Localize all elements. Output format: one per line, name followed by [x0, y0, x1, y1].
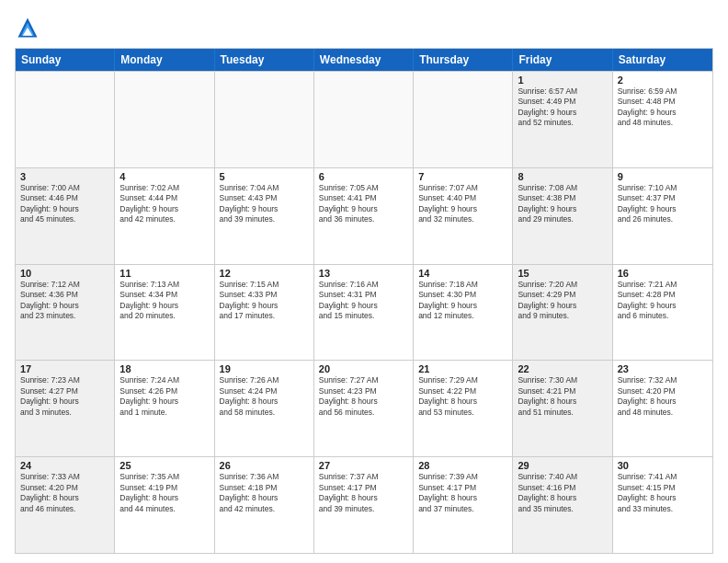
day-number: 22 — [518, 363, 607, 374]
day-cell-1: 1Sunrise: 6:57 AM Sunset: 4:49 PM Daylig… — [513, 72, 612, 167]
cell-detail: Sunrise: 7:23 AM Sunset: 4:27 PM Dayligh… — [20, 375, 109, 418]
day-number: 7 — [418, 171, 507, 182]
cell-detail: Sunrise: 7:07 AM Sunset: 4:40 PM Dayligh… — [418, 183, 507, 225]
cell-detail: Sunrise: 7:37 AM Sunset: 4:17 PM Dayligh… — [319, 472, 408, 514]
cell-detail: Sunrise: 7:20 AM Sunset: 4:29 PM Dayligh… — [518, 280, 607, 322]
day-number: 19 — [220, 363, 309, 374]
cell-detail: Sunrise: 7:18 AM Sunset: 4:30 PM Dayligh… — [418, 280, 507, 322]
day-cell-3: 3Sunrise: 7:00 AM Sunset: 4:46 PM Daylig… — [16, 168, 115, 264]
cell-detail: Sunrise: 7:32 AM Sunset: 4:20 PM Dayligh… — [618, 375, 708, 418]
empty-cell-0-2 — [215, 72, 314, 167]
day-cell-15: 15Sunrise: 7:20 AM Sunset: 4:29 PM Dayli… — [513, 265, 612, 361]
day-number: 10 — [20, 268, 109, 279]
cell-detail: Sunrise: 7:05 AM Sunset: 4:41 PM Dayligh… — [319, 183, 408, 225]
day-cell-8: 8Sunrise: 7:08 AM Sunset: 4:38 PM Daylig… — [513, 168, 612, 264]
day-number: 5 — [220, 171, 309, 182]
day-cell-7: 7Sunrise: 7:07 AM Sunset: 4:40 PM Daylig… — [414, 168, 513, 264]
cell-detail: Sunrise: 7:24 AM Sunset: 4:26 PM Dayligh… — [119, 375, 209, 418]
day-cell-4: 4Sunrise: 7:02 AM Sunset: 4:44 PM Daylig… — [115, 168, 214, 264]
cell-detail: Sunrise: 7:33 AM Sunset: 4:20 PM Dayligh… — [20, 472, 109, 514]
day-cell-10: 10Sunrise: 7:12 AM Sunset: 4:36 PM Dayli… — [16, 265, 115, 361]
day-cell-25: 25Sunrise: 7:35 AM Sunset: 4:19 PM Dayli… — [115, 457, 214, 553]
header-day-monday: Monday — [115, 49, 214, 71]
day-cell-11: 11Sunrise: 7:13 AM Sunset: 4:34 PM Dayli… — [115, 265, 214, 361]
day-cell-6: 6Sunrise: 7:05 AM Sunset: 4:41 PM Daylig… — [314, 168, 414, 264]
day-cell-16: 16Sunrise: 7:21 AM Sunset: 4:28 PM Dayli… — [613, 265, 712, 361]
header-day-thursday: Thursday — [414, 49, 513, 71]
day-cell-12: 12Sunrise: 7:15 AM Sunset: 4:33 PM Dayli… — [215, 265, 314, 361]
day-cell-30: 30Sunrise: 7:41 AM Sunset: 4:15 PM Dayli… — [613, 457, 712, 553]
calendar-row-4: 24Sunrise: 7:33 AM Sunset: 4:20 PM Dayli… — [16, 456, 712, 553]
header-day-saturday: Saturday — [613, 49, 712, 71]
header-day-friday: Friday — [513, 49, 612, 71]
header-day-sunday: Sunday — [16, 49, 115, 71]
cell-detail: Sunrise: 7:08 AM Sunset: 4:38 PM Dayligh… — [518, 183, 607, 225]
day-cell-20: 20Sunrise: 7:27 AM Sunset: 4:23 PM Dayli… — [314, 361, 414, 456]
cell-detail: Sunrise: 6:57 AM Sunset: 4:49 PM Dayligh… — [518, 86, 607, 129]
cell-detail: Sunrise: 7:27 AM Sunset: 4:23 PM Dayligh… — [319, 375, 408, 418]
day-cell-19: 19Sunrise: 7:26 AM Sunset: 4:24 PM Dayli… — [215, 361, 314, 456]
day-cell-2: 2Sunrise: 6:59 AM Sunset: 4:48 PM Daylig… — [613, 72, 712, 167]
logo — [15, 15, 44, 40]
cell-detail: Sunrise: 7:00 AM Sunset: 4:46 PM Dayligh… — [20, 183, 109, 225]
day-number: 27 — [319, 460, 408, 471]
day-number: 3 — [20, 171, 109, 182]
day-number: 25 — [119, 460, 209, 471]
day-number: 16 — [618, 268, 708, 279]
day-cell-23: 23Sunrise: 7:32 AM Sunset: 4:20 PM Dayli… — [613, 361, 712, 456]
calendar-header: SundayMondayTuesdayWednesdayThursdayFrid… — [16, 49, 712, 71]
cell-detail: Sunrise: 7:30 AM Sunset: 4:21 PM Dayligh… — [518, 375, 607, 418]
cell-detail: Sunrise: 7:15 AM Sunset: 4:33 PM Dayligh… — [220, 280, 309, 322]
day-cell-9: 9Sunrise: 7:10 AM Sunset: 4:37 PM Daylig… — [613, 168, 712, 264]
day-cell-21: 21Sunrise: 7:29 AM Sunset: 4:22 PM Dayli… — [414, 361, 513, 456]
day-number: 9 — [618, 171, 708, 182]
cell-detail: Sunrise: 7:13 AM Sunset: 4:34 PM Dayligh… — [119, 280, 209, 322]
day-cell-22: 22Sunrise: 7:30 AM Sunset: 4:21 PM Dayli… — [513, 361, 612, 456]
day-number: 21 — [418, 363, 507, 374]
calendar-row-1: 3Sunrise: 7:00 AM Sunset: 4:46 PM Daylig… — [16, 167, 712, 264]
empty-cell-0-4 — [414, 72, 513, 167]
day-number: 13 — [319, 268, 408, 279]
calendar: SundayMondayTuesdayWednesdayThursdayFrid… — [15, 48, 713, 554]
cell-detail: Sunrise: 6:59 AM Sunset: 4:48 PM Dayligh… — [618, 86, 708, 129]
empty-cell-0-3 — [314, 72, 414, 167]
calendar-row-2: 10Sunrise: 7:12 AM Sunset: 4:36 PM Dayli… — [16, 264, 712, 361]
calendar-body: 1Sunrise: 6:57 AM Sunset: 4:49 PM Daylig… — [16, 71, 712, 553]
day-cell-24: 24Sunrise: 7:33 AM Sunset: 4:20 PM Dayli… — [16, 457, 115, 553]
cell-detail: Sunrise: 7:36 AM Sunset: 4:18 PM Dayligh… — [220, 472, 309, 514]
page: SundayMondayTuesdayWednesdayThursdayFrid… — [0, 0, 728, 563]
day-number: 14 — [418, 268, 507, 279]
cell-detail: Sunrise: 7:04 AM Sunset: 4:43 PM Dayligh… — [220, 183, 309, 225]
day-number: 17 — [20, 363, 109, 374]
day-number: 26 — [220, 460, 309, 471]
day-cell-29: 29Sunrise: 7:40 AM Sunset: 4:16 PM Dayli… — [513, 457, 612, 553]
day-number: 6 — [319, 171, 408, 182]
header-day-tuesday: Tuesday — [215, 49, 314, 71]
day-cell-5: 5Sunrise: 7:04 AM Sunset: 4:43 PM Daylig… — [215, 168, 314, 264]
day-number: 24 — [20, 460, 109, 471]
day-number: 23 — [618, 363, 708, 374]
day-number: 4 — [119, 171, 209, 182]
cell-detail: Sunrise: 7:16 AM Sunset: 4:31 PM Dayligh… — [319, 280, 408, 322]
cell-detail: Sunrise: 7:40 AM Sunset: 4:16 PM Dayligh… — [518, 472, 607, 514]
logo-icon — [15, 15, 40, 40]
day-cell-28: 28Sunrise: 7:39 AM Sunset: 4:17 PM Dayli… — [414, 457, 513, 553]
cell-detail: Sunrise: 7:39 AM Sunset: 4:17 PM Dayligh… — [418, 472, 507, 514]
day-number: 29 — [518, 460, 607, 471]
header — [15, 15, 713, 40]
day-cell-27: 27Sunrise: 7:37 AM Sunset: 4:17 PM Dayli… — [314, 457, 414, 553]
empty-cell-0-0 — [16, 72, 115, 167]
day-number: 8 — [518, 171, 607, 182]
cell-detail: Sunrise: 7:29 AM Sunset: 4:22 PM Dayligh… — [418, 375, 507, 418]
cell-detail: Sunrise: 7:21 AM Sunset: 4:28 PM Dayligh… — [618, 280, 708, 322]
day-number: 11 — [119, 268, 209, 279]
empty-cell-0-1 — [115, 72, 214, 167]
cell-detail: Sunrise: 7:02 AM Sunset: 4:44 PM Dayligh… — [119, 183, 209, 225]
cell-detail: Sunrise: 7:35 AM Sunset: 4:19 PM Dayligh… — [119, 472, 209, 514]
calendar-row-3: 17Sunrise: 7:23 AM Sunset: 4:27 PM Dayli… — [16, 360, 712, 456]
cell-detail: Sunrise: 7:26 AM Sunset: 4:24 PM Dayligh… — [220, 375, 309, 418]
day-number: 1 — [518, 75, 607, 86]
cell-detail: Sunrise: 7:10 AM Sunset: 4:37 PM Dayligh… — [618, 183, 708, 225]
day-number: 18 — [119, 363, 209, 374]
header-day-wednesday: Wednesday — [314, 49, 414, 71]
